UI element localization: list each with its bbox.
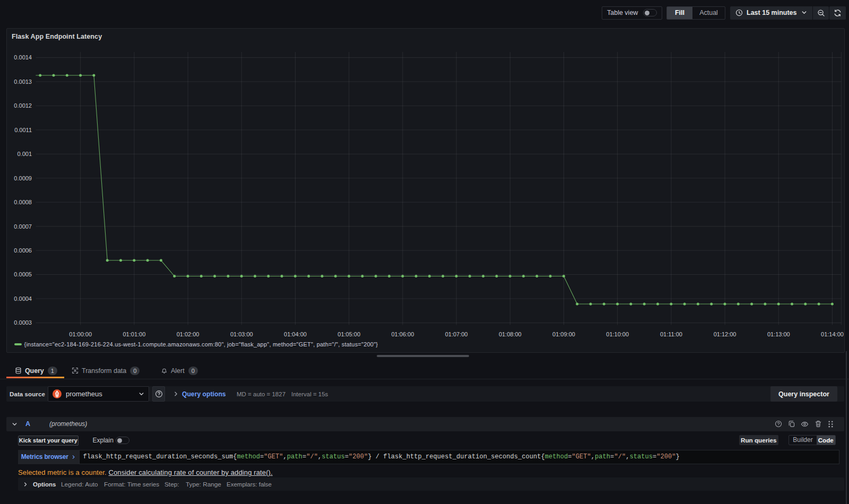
- svg-text:0.0014: 0.0014: [14, 54, 32, 60]
- svg-text:0.0012: 0.0012: [14, 102, 32, 109]
- svg-text:01:01:00: 01:01:00: [123, 331, 145, 337]
- svg-text:0.0007: 0.0007: [14, 223, 32, 230]
- svg-text:01:09:00: 01:09:00: [552, 331, 575, 337]
- svg-text:01:10:00: 01:10:00: [606, 331, 629, 337]
- svg-text:0.001: 0.001: [17, 151, 32, 157]
- svg-text:01:05:00: 01:05:00: [337, 331, 360, 337]
- svg-text:0.0008: 0.0008: [14, 199, 32, 205]
- svg-text:01:14:00: 01:14:00: [821, 331, 844, 337]
- svg-text:01:00:00: 01:00:00: [69, 331, 92, 337]
- svg-text:0.0005: 0.0005: [14, 271, 32, 277]
- svg-text:0.0009: 0.0009: [14, 175, 32, 181]
- svg-text:01:06:00: 01:06:00: [391, 331, 414, 337]
- svg-text:01:04:00: 01:04:00: [284, 331, 307, 337]
- svg-text:0.0006: 0.0006: [14, 247, 32, 254]
- svg-text:0.0013: 0.0013: [14, 79, 32, 85]
- svg-text:01:11:00: 01:11:00: [660, 331, 682, 337]
- svg-text:0.0004: 0.0004: [14, 296, 32, 302]
- svg-text:01:13:00: 01:13:00: [767, 331, 790, 337]
- svg-text:0.0003: 0.0003: [14, 319, 32, 326]
- svg-text:01:12:00: 01:12:00: [713, 331, 736, 337]
- svg-text:01:03:00: 01:03:00: [230, 331, 253, 337]
- svg-text:01:07:00: 01:07:00: [445, 331, 467, 337]
- svg-text:01:02:00: 01:02:00: [176, 331, 199, 337]
- svg-text:01:08:00: 01:08:00: [498, 331, 521, 337]
- svg-text:0.0011: 0.0011: [14, 127, 32, 133]
